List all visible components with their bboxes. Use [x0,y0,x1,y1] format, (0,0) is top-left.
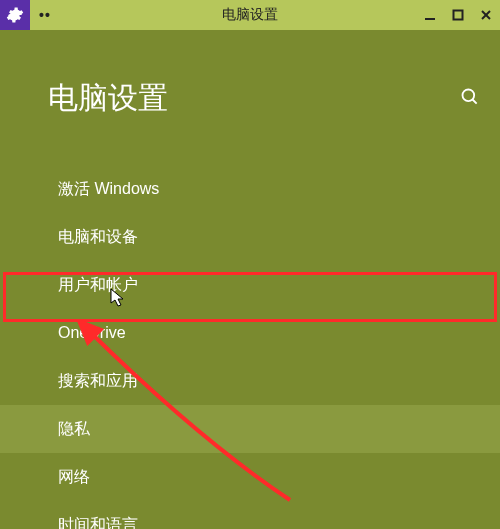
maximize-button[interactable] [444,0,472,30]
menu-item-network[interactable]: 网络 [0,453,500,501]
page-title: 电脑设置 [48,78,168,119]
svg-rect-1 [454,11,463,20]
menu-item-onedrive[interactable]: OneDrive [0,309,500,357]
menu-item-privacy[interactable]: 隐私 [0,405,500,453]
content-area: 电脑设置 激活 Windows 电脑和设备 用户和帐户 OneDrive 搜索和… [0,30,500,529]
search-icon[interactable] [460,87,480,111]
app-gear-icon [0,0,30,30]
svg-point-4 [463,89,475,101]
window-controls [416,0,500,30]
svg-line-5 [473,99,477,103]
settings-menu: 激活 Windows 电脑和设备 用户和帐户 OneDrive 搜索和应用 隐私… [0,165,500,529]
page-header: 电脑设置 [48,78,480,119]
menu-item-search-apps[interactable]: 搜索和应用 [0,357,500,405]
menu-item-activate-windows[interactable]: 激活 Windows [0,165,500,213]
overflow-icon[interactable]: •• [30,7,60,23]
menu-item-accounts[interactable]: 用户和帐户 [0,261,500,309]
close-button[interactable] [472,0,500,30]
minimize-button[interactable] [416,0,444,30]
titlebar: •• 电脑设置 [0,0,500,30]
menu-item-time-language[interactable]: 时间和语言 [0,501,500,529]
menu-item-pc-devices[interactable]: 电脑和设备 [0,213,500,261]
